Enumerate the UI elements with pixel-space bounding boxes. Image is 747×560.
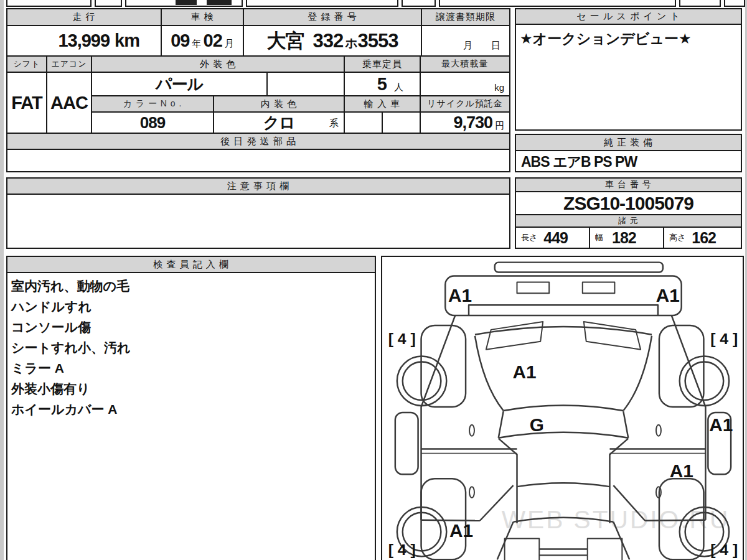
mileage-header-label: 走 行 — [72, 11, 95, 23]
registration-class: 332 — [312, 30, 343, 52]
capacity-header: 乗車定員 — [345, 57, 421, 73]
mileage-value-cell: 13,999 km — [7, 26, 162, 57]
width-value: 182 — [612, 229, 636, 247]
registration-kana: ホ — [345, 35, 357, 52]
import-header-label: 輸 入 車 — [364, 98, 400, 110]
mileage-header: 走 行 — [7, 9, 162, 26]
width-label: 幅 — [595, 232, 603, 243]
color-no-value: 089 — [140, 113, 165, 133]
mark-wheel-fl: [ 4 ] — [388, 330, 416, 347]
chassis-header: 車 台 番 号 — [516, 179, 741, 192]
max-load-value-cell: kg — [421, 73, 509, 96]
aircon-value-cell: AAC — [47, 73, 92, 134]
mileage-value: 13,999 — [58, 30, 110, 51]
inspector-note: 室内汚れ、動物の毛 — [11, 276, 130, 296]
mark-front-right: A1 — [656, 285, 680, 306]
color-no-header-label: カ ラ ー N o . — [123, 98, 182, 110]
car-top-view-diagram: WEB STUDIO.RU — [382, 257, 743, 560]
color-no-header: カ ラ ー N o . — [92, 96, 214, 113]
damage-diagram-box: WEB STUDIO.RU — [381, 256, 744, 560]
exterior-color-value: パール — [156, 73, 203, 95]
sales-point-header: セ ー ル ス ポ イ ン ト — [516, 9, 741, 25]
capacity-header-label: 乗車定員 — [362, 58, 402, 70]
inspector-note: ハンドルすれ — [11, 296, 130, 317]
length-value: 449 — [543, 229, 568, 247]
height-cell: 高さ 162 — [664, 228, 741, 248]
interior-color-value: クロ — [263, 113, 294, 134]
color-no-value-cell: 089 — [92, 113, 214, 134]
exterior-color-value-cell: パール — [92, 73, 268, 96]
recycle-header-label: リサイクル預託金 — [427, 98, 503, 110]
equipment-header-label: 純 正 装 備 — [604, 137, 654, 149]
later-parts-header: 後 日 発 送 部 品 — [7, 134, 509, 150]
inspection-value-cell: 09 年 02 月 — [162, 26, 244, 57]
dimensions-header-label: 諸 元 — [618, 215, 639, 226]
exterior-color-empty-cell — [268, 73, 345, 96]
shift-header-label: シフト — [14, 58, 40, 70]
recycle-unit: 円 — [495, 120, 504, 132]
width-cell: 幅 182 — [590, 228, 664, 248]
later-parts-header-label: 後 日 発 送 部 品 — [220, 136, 296, 147]
caution-header-label: 注 意 事 項 欄 — [227, 180, 290, 192]
max-load-unit: kg — [494, 82, 504, 93]
equipment-value: ABS エアB PS PW — [521, 152, 637, 172]
interior-color-header: 内 装 色 — [214, 96, 345, 113]
mark-front-left: A1 — [448, 285, 472, 306]
mark-glass: G — [530, 414, 544, 435]
exterior-color-header-label: 外 装 色 — [200, 58, 236, 70]
dimensions-header: 諸 元 — [516, 215, 741, 228]
registration-header: 登 録 番 号 — [244, 9, 422, 26]
length-cell: 長さ 449 — [516, 228, 590, 248]
capacity-value-cell: 5 人 — [345, 73, 421, 96]
mark-wheel-fr: [ 4 ] — [710, 330, 738, 347]
main-spec-table: 走 行 車 検 登 録 番 号 譲渡書類期限 13,999 km 09 年 02… — [6, 8, 510, 172]
import-empty-cell-2 — [383, 113, 421, 134]
shift-value: FAT — [11, 93, 42, 113]
sales-point-box: セ ー ル ス ポ イ ン ト ★オークションデビュー★ — [515, 8, 742, 131]
inspection-year-unit: 年 — [192, 38, 202, 50]
registration-header-label: 登 録 番 号 — [308, 11, 357, 23]
mark-wheel-rr: [ 4 ] — [710, 541, 738, 558]
mark-side-right: A1 — [709, 414, 733, 435]
auction-sheet-page: { "top_table": { "mileage_label": "走 行",… — [0, 0, 747, 560]
inspection-month: 02 — [204, 30, 222, 51]
chassis-header-label: 車 台 番 号 — [605, 179, 652, 190]
inspector-header-label: 検 査 員 記 入 欄 — [153, 259, 229, 271]
aircon-header: エアコン — [47, 57, 92, 73]
height-label: 高さ — [669, 232, 685, 243]
inspector-note: ホイールカバー A — [11, 399, 130, 419]
mark-door-right: A1 — [670, 460, 693, 481]
import-empty-cell-1 — [345, 113, 383, 134]
capacity-unit: 人 — [394, 82, 403, 93]
inspector-header: 検 査 員 記 入 欄 — [7, 257, 375, 273]
later-parts-value-cell — [7, 150, 509, 171]
height-value: 162 — [692, 229, 716, 247]
interior-color-suffix: 系 — [329, 118, 339, 129]
inspector-note: コンソール傷 — [11, 317, 130, 337]
transfer-day-unit: 日 — [491, 40, 500, 52]
aircon-header-label: エアコン — [51, 58, 87, 70]
shift-value-cell: FAT — [7, 73, 47, 134]
mileage-unit: km — [115, 30, 139, 51]
sales-point-header-label: セ ー ル ス ポ イ ン ト — [576, 11, 680, 22]
exterior-color-header: 外 装 色 — [92, 57, 345, 73]
equipment-box: 純 正 装 備 ABS エアB PS PW — [515, 134, 742, 172]
inspection-header-label: 車 検 — [190, 11, 214, 23]
caution-box: 注 意 事 項 欄 — [6, 177, 510, 249]
registration-city: 大宮 — [266, 28, 304, 54]
aircon-value: AAC — [50, 93, 88, 113]
inspector-box: 検 査 員 記 入 欄 室内汚れ、動物の毛 ハンドルすれ コンソール傷 シートす… — [6, 256, 376, 560]
chassis-value-cell: ZSG10-1005079 — [516, 192, 741, 215]
transfer-month-unit: 月 — [463, 40, 472, 52]
transfer-docs-value-cell: 月 日 — [422, 26, 509, 57]
interior-color-value-cell: クロ 系 — [214, 113, 345, 134]
inspector-note: 外装小傷有り — [11, 378, 130, 399]
chassis-number: ZSG10-1005079 — [563, 193, 693, 214]
recycle-value-cell: 9,730 円 — [421, 113, 509, 134]
length-label: 長さ — [521, 232, 537, 243]
inspector-notes: 室内汚れ、動物の毛 ハンドルすれ コンソール傷 シートすれ小、汚れ ミラー A … — [11, 276, 130, 419]
recycle-header: リサイクル預託金 — [421, 96, 509, 113]
import-header: 輸 入 車 — [345, 96, 421, 113]
registration-number: 3553 — [358, 30, 398, 52]
caution-header: 注 意 事 項 欄 — [7, 179, 509, 195]
